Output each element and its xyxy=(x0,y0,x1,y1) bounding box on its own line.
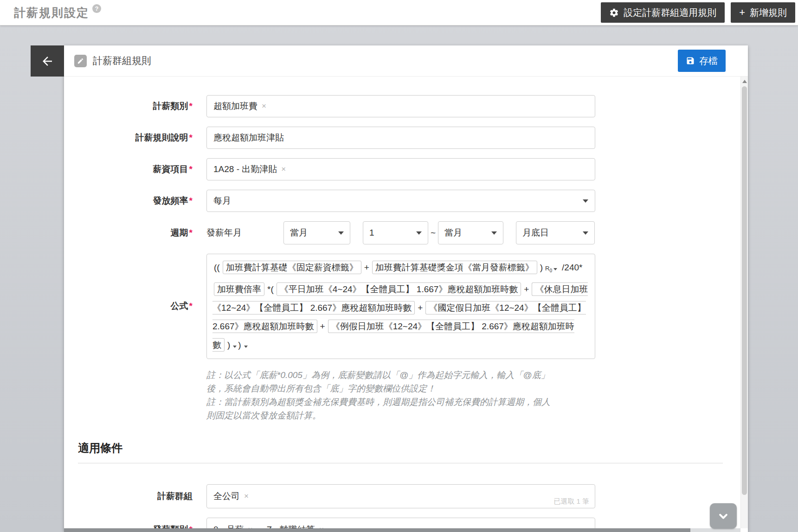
help-icon[interactable]: ? xyxy=(92,4,101,13)
panel-body: 計薪類別* 超額加班費 × 計薪規則說明* 應稅超額加班津貼 xyxy=(64,77,740,528)
chevron-down-icon xyxy=(583,199,588,203)
chevron-down-icon xyxy=(491,231,497,235)
pay-category-label: 計薪類別* xyxy=(64,100,206,112)
pay-group-multiselect[interactable]: 全公司 × 已選取 1 筆 xyxy=(206,484,595,508)
row-rule-desc: 計薪規則說明* 應稅超額加班津貼 xyxy=(64,127,740,149)
pay-type-chip: 0 - 月薪 × xyxy=(213,524,252,528)
save-button-label: 存檔 xyxy=(699,55,718,67)
remove-chip-icon[interactable]: × xyxy=(244,492,249,501)
required-asterisk: * xyxy=(189,196,193,205)
gear-icon xyxy=(609,8,619,18)
formula-paren[interactable]: ) xyxy=(238,340,241,350)
formula-variable-chip[interactable]: 《平日加班《4~24》【全體員工】 1.667》應稅超額加班時數 xyxy=(277,282,521,296)
row-pay-group: 計薪群組 全公司 × 已選取 1 筆 xyxy=(64,484,740,508)
period-end-day-select[interactable]: 月底日 xyxy=(516,221,595,244)
vertical-scrollbar-thumb[interactable] xyxy=(742,86,747,495)
set-group-rules-label: 設定計薪群組適用規則 xyxy=(624,6,716,19)
row-formula: 公式* ((加班費計算基礎《固定薪資標籤》+加班費計算基礎獎金項《當月發薪標籤》… xyxy=(64,254,740,359)
remove-chip-icon[interactable]: × xyxy=(262,102,266,111)
rounding-selector[interactable]: R0 xyxy=(545,265,557,272)
plus-icon: + xyxy=(739,7,745,18)
salary-item-multiselect[interactable]: 1A28 - 出勤津貼 × xyxy=(206,158,595,180)
formula-notes: 註：以公式「底薪*0.005」為例，底薪變數請以「@」作為起始字元輸入，輸入「@… xyxy=(206,368,552,422)
pay-group-chip: 全公司 × xyxy=(213,490,249,502)
chevron-down-icon xyxy=(416,231,422,235)
row-pay-type: 發薪類別* 0 - 月薪 × Z - 離職結算 × 已選取 2 筆 xyxy=(64,518,740,528)
remove-chip-icon[interactable]: × xyxy=(281,165,286,174)
row-salary-item: 薪資項目* 1A28 - 出勤津貼 × xyxy=(64,158,740,180)
rule-desc-input[interactable]: 應稅超額加班津貼 xyxy=(206,127,595,149)
formula-editor[interactable]: ((加班費計算基礎《固定薪資標籤》+加班費計算基礎獎金項《當月發薪標籤》)R0/… xyxy=(206,254,595,359)
add-rule-button[interactable]: + 新增規則 xyxy=(731,2,795,23)
selected-count: 已選取 1 筆 xyxy=(553,497,589,506)
period-end-month-select[interactable]: 當月 xyxy=(438,221,503,244)
horizontal-scrollbar[interactable] xyxy=(64,528,740,532)
scroll-down-button[interactable] xyxy=(710,503,737,529)
formula-variable-chip[interactable]: 加班費計算基礎《固定薪資標籤》 xyxy=(223,261,361,274)
pay-category-chip: 超額加班費 × xyxy=(213,100,266,112)
pay-type-label: 發薪類別* xyxy=(64,524,206,528)
remove-chip-icon[interactable]: × xyxy=(319,525,324,528)
conditions-section-title: 適用條件 xyxy=(78,441,740,455)
formula-operator: + xyxy=(418,303,423,313)
formula-text: (( xyxy=(214,263,220,272)
rule-desc-label: 計薪規則說明* xyxy=(64,132,206,144)
topbar-buttons: 設定計薪群組適用規則 + 新增規則 xyxy=(601,2,796,23)
formula-operator: + xyxy=(524,284,529,294)
required-asterisk: * xyxy=(189,228,193,237)
pay-group-label: 計薪群組 xyxy=(64,490,206,502)
chevron-down-icon xyxy=(338,231,344,235)
page-title: 計薪規則設定 xyxy=(14,5,89,20)
pay-type-multiselect[interactable]: 0 - 月薪 × Z - 離職結算 × 已選取 2 筆 xyxy=(206,518,595,528)
salary-item-chip: 1A28 - 出勤津貼 × xyxy=(213,163,286,175)
period-start-month-select[interactable]: 當月 xyxy=(283,221,350,244)
remove-chip-icon[interactable]: × xyxy=(248,525,252,528)
arrow-left-icon xyxy=(40,54,54,68)
row-pay-category: 計薪類別* 超額加班費 × xyxy=(64,95,740,117)
frequency-value: 每月 xyxy=(213,195,231,207)
period-label: 週期* xyxy=(64,227,206,239)
formula-variable-chip[interactable]: 加班費倍率 xyxy=(214,282,264,296)
formula-paren[interactable]: ) xyxy=(227,340,230,350)
chevron-down-icon xyxy=(553,268,557,270)
frequency-label: 發放頻率* xyxy=(64,195,206,207)
required-asterisk: * xyxy=(189,301,193,311)
conditions-section-header: 適用條件 xyxy=(78,441,740,463)
salary-item-label: 薪資項目* xyxy=(64,163,206,175)
required-asterisk: * xyxy=(189,525,193,528)
frequency-select[interactable]: 每月 xyxy=(206,190,595,212)
pay-type-chip: Z - 離職結算 × xyxy=(266,524,323,528)
edit-pencil-icon xyxy=(74,55,87,67)
save-button[interactable]: 存檔 xyxy=(678,50,726,72)
vertical-scrollbar[interactable] xyxy=(740,77,748,528)
section-divider xyxy=(78,463,723,463)
formula-variable-chip[interactable]: 加班費計算基礎獎金項《當月發薪標籤》 xyxy=(372,261,537,274)
required-asterisk: * xyxy=(189,164,193,174)
horizontal-scrollbar-thumb[interactable] xyxy=(64,528,690,532)
formula-text: /240* xyxy=(562,263,582,272)
set-group-rules-button[interactable]: 設定計薪群組適用規則 xyxy=(601,2,725,23)
period-prefix-label: 發薪年月 xyxy=(206,227,283,239)
rule-desc-value: 應稅超額加班津貼 xyxy=(213,132,284,144)
chevron-down-icon xyxy=(233,346,237,348)
required-asterisk: * xyxy=(189,101,193,111)
pay-category-multiselect[interactable]: 超額加班費 × xyxy=(206,95,595,117)
back-button[interactable] xyxy=(31,45,64,77)
scroll-up-icon[interactable] xyxy=(742,80,747,83)
formula-note-1: 註：以公式「底薪*0.005」為例，底薪變數請以「@」作為起始字元輸入，輸入「@… xyxy=(206,368,552,395)
save-floppy-icon xyxy=(686,56,695,65)
required-asterisk: * xyxy=(189,133,193,142)
period-separator: ~ xyxy=(431,228,436,238)
row-period: 週期* 發薪年月 當月 1 ~ 當月 月底日 xyxy=(64,221,740,244)
rule-panel: 計薪群組規則 存檔 計薪類別* 超額加班費 × xyxy=(64,45,748,532)
period-start-day-select[interactable]: 1 xyxy=(363,221,428,244)
panel-title: 計薪群組規則 xyxy=(93,54,151,67)
formula-note-2: 註：當計薪類別為超額獎金補充保費費基時，則週期是指公司補充保費的計算週期，個人則… xyxy=(206,395,552,422)
add-rule-label: 新增規則 xyxy=(750,6,787,19)
chevron-down-icon xyxy=(716,509,730,523)
chevron-down-icon xyxy=(583,231,588,235)
formula-text: *( xyxy=(267,284,274,294)
formula-operator: + xyxy=(320,321,325,331)
top-bar: 計薪規則設定 ? 設定計薪群組適用規則 + 新增規則 xyxy=(0,0,798,26)
formula-operator: + xyxy=(364,263,369,272)
